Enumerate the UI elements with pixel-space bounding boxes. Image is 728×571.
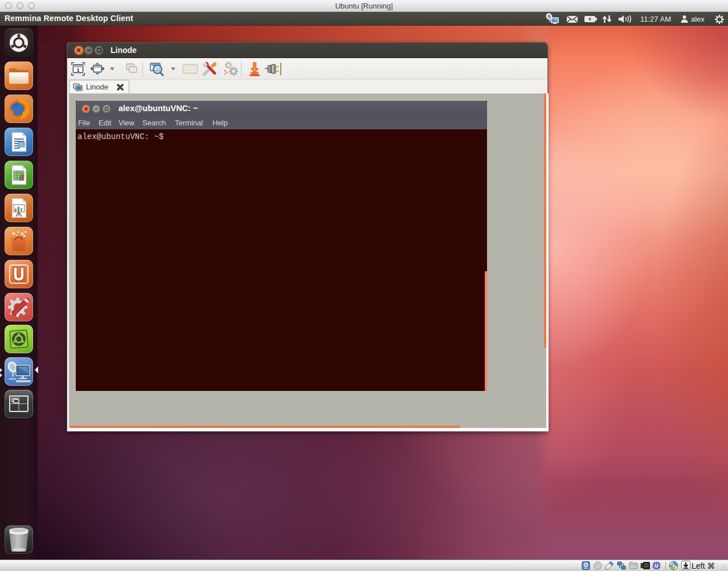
svg-text:1: 1 [77,67,80,73]
